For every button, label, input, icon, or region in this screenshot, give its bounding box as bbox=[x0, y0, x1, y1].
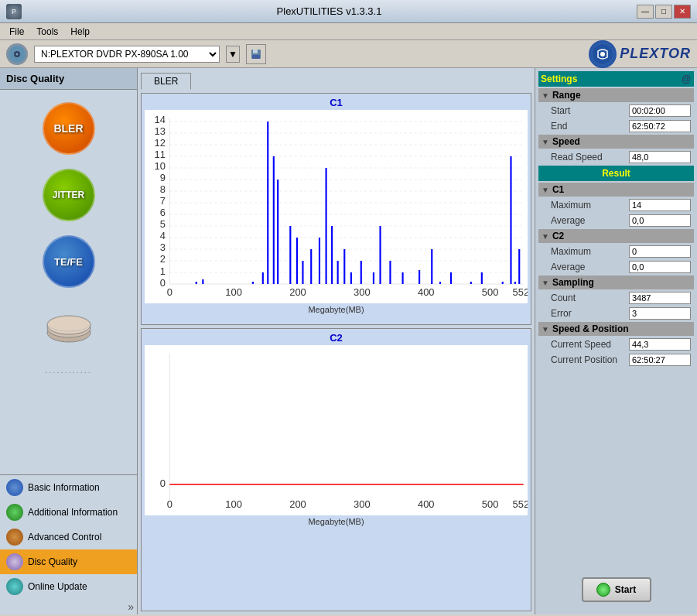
speed-label: Speed bbox=[552, 136, 580, 147]
sidebar-item-basic[interactable]: Basic Information bbox=[0, 475, 137, 500]
start-button[interactable]: Start bbox=[582, 577, 651, 602]
c2-max-value: 0 bbox=[629, 245, 691, 258]
menu-tools[interactable]: Tools bbox=[30, 25, 64, 39]
current-position-value: 62:50:27 bbox=[629, 354, 691, 366]
svg-text:300: 300 bbox=[354, 287, 371, 297]
svg-text:400: 400 bbox=[418, 287, 435, 297]
c2-max-label: Maximum bbox=[551, 246, 626, 257]
c2-collapse-icon[interactable]: ▼ bbox=[542, 232, 549, 241]
current-position-row: Current Position 62:50:27 bbox=[538, 353, 694, 367]
c1-avg-label: Average bbox=[551, 215, 626, 226]
range-start-label: Start bbox=[551, 105, 626, 116]
start-button-label: Start bbox=[615, 584, 636, 595]
svg-text:11: 11 bbox=[155, 149, 166, 159]
range-label: Range bbox=[552, 90, 581, 101]
nav-expand[interactable]: » bbox=[0, 599, 137, 614]
sidebar-header: Disc Quality bbox=[0, 68, 137, 90]
svg-text:4: 4 bbox=[160, 231, 166, 241]
jitter-label: JITTER bbox=[53, 190, 84, 200]
tefe-disc: TE/FE bbox=[43, 235, 95, 288]
c1-chart-title: C1 bbox=[145, 97, 528, 108]
window-controls: — □ ✕ bbox=[637, 5, 691, 19]
svg-text:13: 13 bbox=[155, 126, 166, 136]
speed-position-label: Speed & Position bbox=[552, 323, 629, 334]
jitter-button[interactable]: JITTER bbox=[30, 164, 108, 226]
sidebar-item-discquality[interactable]: Disc Quality bbox=[0, 549, 137, 574]
menu-help[interactable]: Help bbox=[64, 25, 96, 39]
svg-text:1: 1 bbox=[160, 266, 166, 276]
svg-text:3: 3 bbox=[160, 242, 166, 252]
bler-label: BLER bbox=[53, 122, 83, 135]
drive-bar: N:PLEXTOR DVDR PX-890SA 1.00 ▼ PLEXTOR bbox=[0, 40, 697, 68]
restore-button[interactable]: □ bbox=[655, 5, 672, 19]
sampling-count-row: Count 3487 bbox=[538, 291, 694, 305]
main-panel: BLER C1 0 1 2 3 bbox=[138, 68, 535, 614]
disc-quality-icon bbox=[6, 553, 23, 570]
other-disc-button[interactable] bbox=[30, 297, 108, 359]
range-start-row: Start 00:02:00 bbox=[538, 104, 694, 118]
additional-info-label: Additional Information bbox=[28, 507, 118, 518]
sampling-label: Sampling bbox=[552, 277, 594, 288]
c1-collapse-icon[interactable]: ▼ bbox=[542, 186, 549, 194]
sidebar-item-update[interactable]: Online Update bbox=[0, 574, 137, 599]
drive-select-arrow[interactable]: ▼ bbox=[226, 46, 240, 63]
minimize-button[interactable]: — bbox=[637, 5, 654, 19]
close-button[interactable]: ✕ bbox=[674, 5, 691, 19]
c1-max-row: Maximum 14 bbox=[538, 198, 694, 212]
settings-header: Settings @ bbox=[538, 71, 694, 87]
speed-section-header: ▼ Speed bbox=[538, 135, 694, 149]
c2-avg-label: Average bbox=[551, 262, 626, 272]
sampling-error-label: Error bbox=[551, 308, 626, 319]
speed-collapse-icon[interactable]: ▼ bbox=[542, 138, 549, 146]
sampling-count-label: Count bbox=[551, 293, 626, 303]
read-speed-value[interactable]: 48,0 bbox=[629, 151, 691, 163]
bler-button[interactable]: BLER bbox=[30, 98, 108, 159]
drive-select[interactable]: N:PLEXTOR DVDR PX-890SA 1.00 bbox=[34, 46, 220, 63]
svg-text:7: 7 bbox=[160, 196, 166, 206]
sampling-section: ▼ Sampling bbox=[538, 275, 694, 289]
c2-max-row: Maximum 0 bbox=[538, 245, 694, 258]
svg-text:6: 6 bbox=[160, 207, 166, 217]
svg-text:400: 400 bbox=[418, 499, 435, 509]
bottom-nav: Basic Information Additional Information… bbox=[0, 474, 137, 614]
sidebar-item-additional[interactable]: Additional Information bbox=[0, 500, 137, 525]
svg-text:0: 0 bbox=[167, 287, 173, 297]
c1-avg-row: Average 0,0 bbox=[538, 214, 694, 228]
svg-text:9: 9 bbox=[160, 173, 166, 183]
app-title: PlexUTILITIES v1.3.3.1 bbox=[22, 5, 637, 17]
disc-icons-area: BLER JITTER TE/FE bbox=[0, 90, 137, 474]
range-section-header: ▼ Range bbox=[538, 88, 694, 102]
range-collapse-icon[interactable]: ▼ bbox=[542, 91, 549, 100]
range-start-value[interactable]: 00:02:00 bbox=[629, 104, 691, 117]
tefe-button[interactable]: TE/FE bbox=[30, 231, 108, 293]
speed-position-section: ▼ Speed & Position bbox=[538, 322, 694, 336]
svg-text:5: 5 bbox=[160, 219, 166, 229]
save-button[interactable] bbox=[246, 44, 266, 64]
svg-text:0: 0 bbox=[160, 278, 166, 288]
expand-icon: » bbox=[128, 601, 134, 613]
svg-text:100: 100 bbox=[225, 499, 242, 509]
svg-text:14: 14 bbox=[155, 115, 166, 125]
c1-result-label: C1 bbox=[552, 184, 564, 195]
tab-bler[interactable]: BLER bbox=[141, 73, 191, 90]
right-panel: Settings @ ▼ Range Start 00:02:00 End 62… bbox=[535, 68, 697, 614]
svg-rect-5 bbox=[252, 55, 260, 59]
current-speed-label: Current Speed bbox=[551, 339, 626, 350]
read-speed-label: Read Speed bbox=[551, 152, 626, 163]
c1-max-value: 14 bbox=[629, 199, 691, 211]
svg-text:10: 10 bbox=[155, 161, 166, 171]
speed-pos-collapse-icon[interactable]: ▼ bbox=[542, 325, 549, 334]
svg-text:300: 300 bbox=[354, 499, 371, 509]
c1-chart-svg: 0 1 2 3 4 5 6 7 bbox=[145, 110, 528, 303]
sidebar-item-advanced[interactable]: Advanced Control bbox=[0, 525, 137, 549]
range-end-value[interactable]: 62:50:72 bbox=[629, 120, 691, 132]
c2-chart-area: 0 0 100 200 300 400 500 552 bbox=[145, 345, 528, 515]
basic-info-label: Basic Information bbox=[28, 482, 100, 493]
settings-link-icon[interactable]: @ bbox=[682, 74, 691, 84]
menu-file[interactable]: File bbox=[3, 25, 30, 39]
bler-disc: BLER bbox=[43, 102, 95, 155]
jitter-disc: JITTER bbox=[43, 169, 95, 221]
sampling-collapse-icon[interactable]: ▼ bbox=[542, 279, 549, 287]
c2-chart-title: C2 bbox=[145, 332, 528, 344]
svg-text:200: 200 bbox=[289, 499, 306, 509]
